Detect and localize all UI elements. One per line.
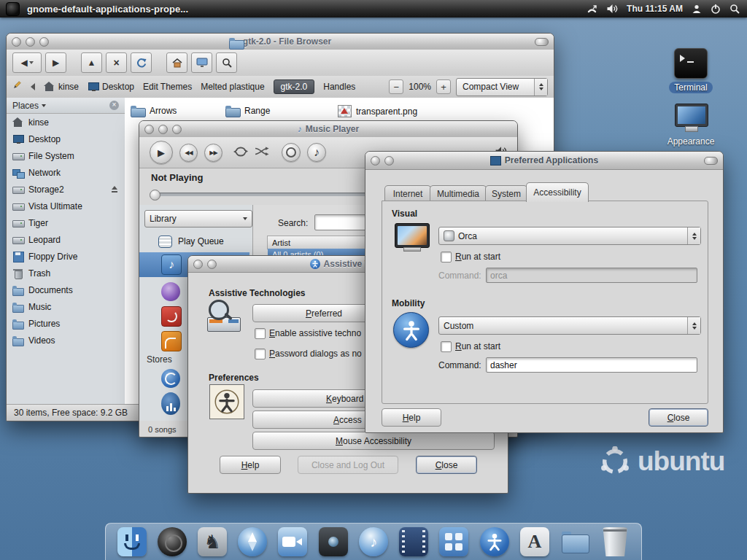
breadcrumb-melted-plastique[interactable]: Melted plastique xyxy=(201,82,264,92)
library-dropdown[interactable]: Library xyxy=(144,210,252,228)
sidebar-item-documents[interactable]: Documents xyxy=(7,281,125,298)
disc-button[interactable] xyxy=(282,143,301,162)
media-player-icon[interactable] xyxy=(158,527,187,556)
visual-run-at-start-label[interactable]: Run at start xyxy=(455,252,500,262)
web-browser-ic***on[interactable] xyxy=(238,527,267,556)
places-dropdown-icon[interactable] xyxy=(42,104,46,107)
sidebar-item-floppy-drive[interactable]: Floppy Drive xyxy=(7,248,125,265)
enable-assistive-checkbox[interactable] xyxy=(255,328,266,339)
desktop-icon-terminal[interactable]: Terminal xyxy=(659,48,722,93)
stop-button[interactable]: × xyxy=(106,52,127,73)
file-item-transparent-png[interactable]: transparent.png xyxy=(338,105,417,117)
breadcrumb-edit-themes[interactable]: Edit Themes xyxy=(143,82,192,92)
enable-assistive-label[interactable]: Enable assistive techno xyxy=(269,328,361,338)
mobility-app-dropdown[interactable]: Custom xyxy=(438,316,701,335)
window-maximize-button[interactable] xyxy=(39,37,49,47)
search-icon[interactable] xyxy=(729,4,740,14)
breadcrumb-desktop[interactable]: Desktop xyxy=(88,82,134,92)
previous-button[interactable]: ◀◀ xyxy=(179,144,198,162)
modem-icon[interactable] xyxy=(587,4,597,15)
song-info-button[interactable]: ♪ xyxy=(307,143,326,162)
universal-access-icon[interactable] xyxy=(480,527,509,556)
help-button[interactable]: Help xyxy=(382,408,441,427)
breadcrumb-kinse[interactable]: kinse xyxy=(44,82,79,92)
user-icon[interactable] xyxy=(692,4,702,14)
forward-button[interactable]: ▶ xyxy=(45,52,66,73)
window-minimize-button[interactable] xyxy=(384,156,394,166)
mouse-accessibility-button[interactable]: Mouse Accessibility xyxy=(252,432,495,450)
file-item-range[interactable]: Range xyxy=(225,105,270,117)
sidebar-close-icon[interactable] xyxy=(109,101,119,110)
window-minimize-button[interactable] xyxy=(207,260,217,269)
close-and-log-out-button[interactable]: Close and Log Out xyxy=(298,456,398,474)
view-mode-dropdown[interactable]: Compact View xyxy=(456,78,548,96)
refresh-button[interactable] xyxy=(131,52,152,73)
sidebar-item-videos[interactable]: Videos xyxy=(7,332,125,349)
sidebar-item-music[interactable]: Music xyxy=(7,298,125,315)
photo-booth-icon[interactable] xyxy=(319,527,348,556)
mobility-run-at-start-label[interactable]: Run at start xyxy=(455,341,500,351)
window-minimize-button[interactable] xyxy=(26,37,35,47)
help-button[interactable]: Help xyxy=(220,456,281,474)
window-shade-button[interactable] xyxy=(704,157,718,165)
password-dialogs-label[interactable]: Password dialogs as no xyxy=(269,349,362,359)
sidebar-item-network[interactable]: Network xyxy=(7,164,125,181)
video-chat-icon[interactable] xyxy=(278,527,307,556)
preferred-apps-titlebar[interactable]: Preferred Applications xyxy=(365,152,723,170)
movies-icon[interactable] xyxy=(399,527,428,556)
visual-run-at-start-checkbox[interactable] xyxy=(441,252,452,262)
sidebar-item-pictures[interactable]: Pictures xyxy=(7,315,125,332)
mobility-run-at-start-checkbox[interactable] xyxy=(441,341,452,352)
volume-icon[interactable] xyxy=(606,4,618,14)
sidebar-item-storage2[interactable]: Storage2 xyxy=(7,181,125,198)
tab-internet[interactable]: Internet xyxy=(384,185,431,202)
sidebar-item-desktop[interactable]: Desktop xyxy=(7,131,125,147)
window-shade-button[interactable] xyxy=(535,38,549,46)
visual-app-dropdown[interactable]: Orca xyxy=(438,227,701,245)
seek-slider-thumb[interactable] xyxy=(150,190,160,201)
app-grid-icon[interactable] xyxy=(439,527,468,556)
sidebar-item-file-system[interactable]: File System xyxy=(7,147,125,164)
folder-icon[interactable] xyxy=(560,527,589,556)
tab-accessibility[interactable]: Accessibility xyxy=(526,182,589,202)
finder-icon[interactable] xyxy=(117,527,147,556)
search-button[interactable] xyxy=(216,52,237,73)
chess-icon[interactable] xyxy=(198,527,227,556)
source-play-queue[interactable]: Play Queue xyxy=(139,233,268,250)
close-button[interactable]: Close xyxy=(416,456,477,474)
clock[interactable]: Thu 11:15 AM xyxy=(627,4,683,14)
sidebar-item-kinse[interactable]: kinse xyxy=(7,114,125,131)
window-close-button[interactable] xyxy=(144,125,154,134)
computer-button[interactable] xyxy=(191,52,212,73)
music-app-icon[interactable] xyxy=(359,527,388,556)
password-dialogs-checkbox[interactable] xyxy=(255,349,266,359)
play-button[interactable]: ▶ xyxy=(150,141,173,164)
next-button[interactable]: ▶▶ xyxy=(204,144,222,162)
trash-icon[interactable] xyxy=(600,527,630,556)
window-close-button[interactable] xyxy=(193,260,203,269)
edit-location-icon[interactable] xyxy=(12,81,22,93)
back-button[interactable]: ◀ xyxy=(12,52,42,73)
window-close-button[interactable] xyxy=(12,37,21,47)
zoom-in-button[interactable]: + xyxy=(436,79,451,94)
file-item-arrows[interactable]: Arrows xyxy=(131,105,177,117)
up-button[interactable]: ▲ xyxy=(81,52,102,73)
tab-system[interactable]: System xyxy=(485,185,527,202)
scroll-breadcrumbs-left-icon[interactable] xyxy=(31,83,35,90)
visual-command-input[interactable] xyxy=(486,268,697,283)
window-maximize-button[interactable] xyxy=(172,125,182,134)
breadcrumb-handles[interactable]: Handles xyxy=(323,82,355,92)
breadcrumb-gtk-2.0[interactable]: gtk-2.0 xyxy=(274,79,315,94)
shuffle-icon[interactable] xyxy=(255,146,269,160)
sidebar-item-trash[interactable]: Trash xyxy=(7,265,125,281)
repeat-icon[interactable] xyxy=(233,146,248,160)
close-button[interactable]: Close xyxy=(649,408,708,427)
tab-multimedia[interactable]: Multimedia xyxy=(430,185,487,202)
music-player-titlebar[interactable]: ♪Music Player xyxy=(139,121,517,138)
desktop-icon-appearance[interactable]: Appearance xyxy=(659,104,722,147)
file-browser-titlebar[interactable]: gtk-2.0 - File Browser xyxy=(7,34,554,50)
sidebar-item-vista-ultimate[interactable]: Vista Ultimate xyxy=(7,198,125,214)
window-close-button[interactable] xyxy=(371,156,380,166)
window-minimize-button[interactable] xyxy=(158,125,168,134)
mobility-command-input[interactable] xyxy=(486,357,697,373)
